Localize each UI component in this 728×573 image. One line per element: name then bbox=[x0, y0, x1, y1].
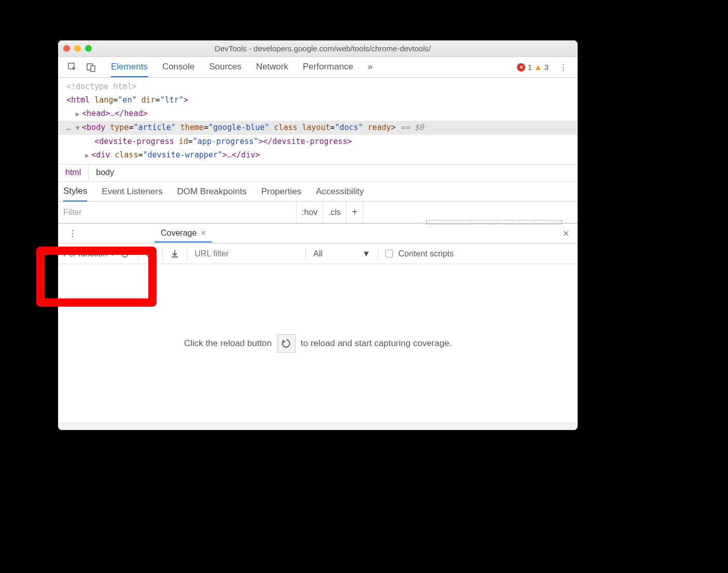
dom-tree[interactable]: <!doctype html> <html lang="en" dir="ltr… bbox=[58, 78, 578, 164]
content-scripts-label[interactable]: Content scripts bbox=[398, 249, 454, 259]
styles-tab-bar: Styles Event Listeners DOM Breakpoints P… bbox=[58, 182, 578, 202]
crumb-html[interactable]: html bbox=[58, 165, 88, 181]
tab-network[interactable]: Network bbox=[256, 58, 288, 77]
chevron-down-icon: ▼ bbox=[362, 249, 370, 259]
drawer-tab-coverage-label: Coverage bbox=[161, 228, 197, 238]
separator bbox=[305, 248, 306, 260]
inspect-icon[interactable] bbox=[66, 61, 79, 74]
close-window-button[interactable] bbox=[63, 45, 70, 52]
styles-filter-row: :hov .cls + bbox=[58, 202, 578, 223]
drawer-footer bbox=[58, 423, 578, 430]
subtab-properties[interactable]: Properties bbox=[261, 182, 301, 201]
svg-rect-2 bbox=[91, 66, 95, 71]
zoom-window-button[interactable] bbox=[85, 45, 92, 52]
dom-progress[interactable]: <devsite-progress id="app-progress"></de… bbox=[58, 135, 578, 148]
cls-toggle[interactable]: .cls bbox=[323, 202, 346, 223]
drawer-tab-coverage[interactable]: Coverage × bbox=[155, 225, 212, 242]
warning-icon: ▲ bbox=[534, 63, 542, 72]
margin-box-preview bbox=[426, 220, 562, 224]
separator bbox=[162, 248, 163, 260]
tab-performance[interactable]: Performance bbox=[303, 58, 353, 77]
main-tab-group: Elements Console Sources Network Perform… bbox=[111, 58, 517, 77]
coverage-empty-state: Click the reload button to reload and st… bbox=[58, 264, 578, 423]
coverage-filter-label: All bbox=[313, 249, 323, 259]
breadcrumb: html body bbox=[58, 164, 578, 182]
minimize-window-button[interactable] bbox=[74, 45, 81, 52]
close-coverage-tab-icon[interactable]: × bbox=[201, 228, 205, 238]
dom-wrapper[interactable]: ▶<div class="devsite-wrapper">…</div> bbox=[58, 148, 578, 162]
dom-html-open[interactable]: <html lang="en" dir="ltr"> bbox=[58, 93, 578, 107]
drawer-tab-bar: ⋮ Coverage × × bbox=[58, 224, 578, 243]
drawer-menu-icon[interactable]: ⋮ bbox=[66, 227, 79, 240]
titlebar: DevTools - developers.google.com/web/too… bbox=[58, 40, 578, 57]
hov-toggle[interactable]: :hov bbox=[297, 202, 323, 223]
clear-icon[interactable] bbox=[146, 249, 155, 259]
reload-icon[interactable] bbox=[120, 249, 131, 259]
drawer-panel: ⋮ Coverage × × Per function ▼ bbox=[58, 223, 578, 430]
traffic-lights bbox=[63, 45, 92, 52]
devtools-window: DevTools - developers.google.com/web/too… bbox=[58, 40, 578, 430]
dom-head[interactable]: ▶<head>…</head> bbox=[58, 107, 578, 121]
styles-filter-input[interactable] bbox=[58, 202, 297, 223]
coverage-toolbar: Per function ▼ All ▼ Content sc bbox=[58, 243, 578, 264]
reload-button[interactable] bbox=[277, 334, 296, 353]
subtab-dom-breakpoints[interactable]: DOM Breakpoints bbox=[177, 182, 246, 201]
tab-elements[interactable]: Elements bbox=[111, 58, 148, 77]
url-filter-input[interactable] bbox=[194, 249, 298, 259]
coverage-hint-pre: Click the reload button bbox=[184, 338, 272, 349]
crumb-body[interactable]: body bbox=[88, 165, 121, 181]
subtab-styles[interactable]: Styles bbox=[63, 182, 87, 202]
coverage-filter-select[interactable]: All ▼ bbox=[313, 249, 370, 259]
chevron-down-icon: ▼ bbox=[109, 251, 115, 257]
content-scripts-checkbox[interactable] bbox=[385, 250, 393, 257]
coverage-type-select[interactable]: Per function ▼ bbox=[63, 249, 115, 259]
dom-doctype[interactable]: <!doctype html> bbox=[58, 80, 578, 93]
new-style-rule-button[interactable]: + bbox=[346, 202, 363, 223]
subtab-event-listeners[interactable]: Event Listeners bbox=[102, 182, 162, 201]
settings-menu-icon[interactable]: ⋮ bbox=[557, 61, 569, 74]
device-toggle-icon[interactable] bbox=[85, 61, 97, 74]
main-toolbar: Elements Console Sources Network Perform… bbox=[58, 57, 578, 78]
status-area: × 1 ▲ 3 ⋮ bbox=[517, 61, 572, 74]
error-icon: × bbox=[517, 63, 525, 71]
separator bbox=[138, 248, 138, 260]
export-icon[interactable] bbox=[170, 249, 179, 259]
svg-line-4 bbox=[148, 251, 153, 256]
error-count[interactable]: 1 bbox=[527, 63, 531, 71]
close-drawer-icon[interactable]: × bbox=[559, 227, 572, 240]
warning-count[interactable]: 3 bbox=[544, 63, 549, 71]
tab-overflow-icon[interactable]: » bbox=[368, 58, 372, 77]
subtab-accessibility[interactable]: Accessibility bbox=[316, 182, 364, 201]
dom-body-selected[interactable]: … ▼<body type="article" theme="google-bl… bbox=[58, 121, 578, 135]
tab-console[interactable]: Console bbox=[162, 58, 194, 77]
window-title: DevTools - developers.google.com/web/too… bbox=[99, 44, 547, 53]
separator bbox=[187, 248, 187, 260]
coverage-hint-post: to reload and start capturing coverage. bbox=[301, 338, 452, 349]
separator bbox=[377, 248, 378, 260]
tab-sources[interactable]: Sources bbox=[209, 58, 241, 77]
coverage-type-label: Per function bbox=[63, 249, 107, 259]
